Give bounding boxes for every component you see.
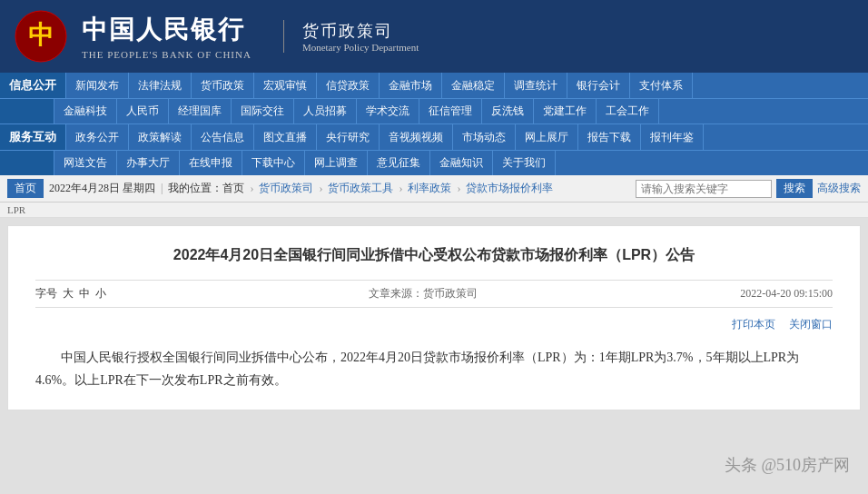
nav-item-gov-affairs[interactable]: 政务公开 bbox=[66, 124, 129, 150]
nav-item-treasury[interactable]: 经理国库 bbox=[169, 99, 232, 124]
nav-item-party[interactable]: 党建工作 bbox=[534, 99, 597, 124]
breadcrumb-lpr[interactable]: 贷款市场报价利率 bbox=[466, 181, 553, 196]
nav-row3-items: 政务公开 政策解读 公告信息 图文直播 央行研究 音视频视频 市场动态 网上展厅… bbox=[66, 124, 868, 150]
breadcrumb-rate[interactable]: 利率政策 bbox=[408, 181, 451, 196]
nav-item-rmb[interactable]: 人民币 bbox=[117, 99, 169, 124]
navigation: 信息公开 新闻发布 法律法规 货币政策 宏观审慎 信贷政策 金融市场 金融稳定 … bbox=[0, 73, 868, 175]
nav-item-video[interactable]: 音视频视频 bbox=[380, 124, 453, 150]
nav-label-empty2 bbox=[0, 151, 54, 175]
font-label: 字号 bbox=[35, 286, 57, 301]
breadcrumb-left: 首页 2022年4月28日 星期四 | 我的位置：首页 › 货币政策司 › 货币… bbox=[7, 179, 553, 198]
nav-item-anti-money[interactable]: 反洗钱 bbox=[482, 99, 534, 124]
nav-item-recruit[interactable]: 人员招募 bbox=[294, 99, 357, 124]
nav-item-policy-reading[interactable]: 政策解读 bbox=[129, 124, 192, 150]
nav-item-market[interactable]: 市场动态 bbox=[453, 124, 516, 150]
nav-item-payment[interactable]: 支付体系 bbox=[630, 73, 693, 98]
nav-item-fintech[interactable]: 金融科技 bbox=[54, 99, 117, 124]
nav-row-4: 网送文告 办事大厅 在线申报 下载中心 网上调查 意见征集 金融知识 关于我们 bbox=[0, 151, 868, 175]
nav-item-net-send[interactable]: 网送文告 bbox=[54, 151, 117, 175]
font-medium-btn[interactable]: 中 bbox=[79, 286, 90, 301]
nav-item-credit-mgmt[interactable]: 征信管理 bbox=[419, 99, 482, 124]
nav-item-yearbook[interactable]: 报刊年鉴 bbox=[641, 124, 704, 150]
nav-item-academic[interactable]: 学术交流 bbox=[357, 99, 419, 124]
font-controls: 字号 大 中 小 bbox=[35, 286, 106, 301]
nav-row-2: 金融科技 人民币 经理国库 国际交往 人员招募 学术交流 征信管理 反洗钱 党建… bbox=[0, 99, 868, 124]
location-label: 我的位置：首页 bbox=[168, 181, 244, 196]
lpr-tag: LPR bbox=[7, 204, 25, 215]
font-small-btn[interactable]: 小 bbox=[95, 286, 106, 301]
nav-item-reports[interactable]: 报告下载 bbox=[578, 124, 641, 150]
search-input[interactable] bbox=[636, 180, 772, 198]
article-datetime: 2022-04-20 09:15:00 bbox=[740, 287, 833, 301]
bank-emblem: 中 bbox=[14, 9, 68, 64]
nav-item-online-report[interactable]: 在线申报 bbox=[180, 151, 242, 175]
nav-label-service: 服务互动 bbox=[0, 124, 66, 150]
nav-item-live[interactable]: 图文直播 bbox=[254, 124, 317, 150]
bank-name-english: THE PEOPLE'S BANK OF CHINA bbox=[82, 49, 252, 60]
logo-text: 中国人民银行 THE PEOPLE'S BANK OF CHINA bbox=[82, 13, 252, 60]
page-header: 中 中国人民银行 THE PEOPLE'S BANK OF CHINA 货币政策… bbox=[0, 0, 868, 73]
nav-item-news[interactable]: 新闻发布 bbox=[66, 73, 129, 98]
main-content: 2022年4月20日全国银行间同业拆借中心受权公布贷款市场报价利率（LPR）公告… bbox=[7, 225, 861, 410]
nav-item-about[interactable]: 关于我们 bbox=[493, 151, 556, 175]
nav-row1-items: 新闻发布 法律法规 货币政策 宏观审慎 信贷政策 金融市场 金融稳定 调查统计 … bbox=[66, 73, 868, 98]
nav-item-announcements[interactable]: 公告信息 bbox=[192, 124, 254, 150]
arrow1: › bbox=[250, 182, 253, 195]
breadcrumb-tools[interactable]: 货币政策工具 bbox=[328, 181, 393, 196]
svg-text:中: 中 bbox=[28, 21, 54, 49]
article-title: 2022年4月20日全国银行间同业拆借中心受权公布贷款市场报价利率（LPR）公告 bbox=[35, 244, 833, 266]
arrow4: › bbox=[457, 182, 460, 195]
search-button[interactable]: 搜索 bbox=[776, 179, 813, 198]
nav-item-banking[interactable]: 银行会计 bbox=[567, 73, 630, 98]
department-text: 货币政策司 Monetary Policy Department bbox=[283, 20, 419, 53]
nav-row2-items: 金融科技 人民币 经理国库 国际交往 人员招募 学术交流 征信管理 反洗钱 党建… bbox=[54, 99, 868, 124]
lpr-label-line: LPR bbox=[0, 203, 868, 218]
print-link[interactable]: 打印本页 bbox=[732, 317, 775, 332]
date-display: 2022年4月28日 星期四 bbox=[49, 181, 155, 196]
nav-item-financial[interactable]: 金融市场 bbox=[380, 73, 442, 98]
breadcrumb-bar: 首页 2022年4月28日 星期四 | 我的位置：首页 › 货币政策司 › 货币… bbox=[0, 175, 868, 203]
home-button[interactable]: 首页 bbox=[7, 179, 44, 198]
nav-row-1: 信息公开 新闻发布 法律法规 货币政策 宏观审慎 信贷政策 金融市场 金融稳定 … bbox=[0, 73, 868, 98]
nav-item-law[interactable]: 法律法规 bbox=[129, 73, 192, 98]
nav-item-intl[interactable]: 国际交往 bbox=[232, 99, 294, 124]
arrow3: › bbox=[399, 182, 402, 195]
nav-item-survey2[interactable]: 网上调查 bbox=[305, 151, 368, 175]
nav-item-stability[interactable]: 金融稳定 bbox=[442, 73, 505, 98]
logo-area: 中 中国人民银行 THE PEOPLE'S BANK OF CHINA 货币政策… bbox=[14, 9, 419, 64]
nav-item-download[interactable]: 下载中心 bbox=[242, 151, 305, 175]
nav-item-feedback[interactable]: 意见征集 bbox=[368, 151, 430, 175]
nav-label-empty1 bbox=[0, 99, 54, 124]
nav-item-online-hall[interactable]: 网上展厅 bbox=[516, 124, 578, 150]
font-large-btn[interactable]: 大 bbox=[63, 286, 74, 301]
nav-label-info: 信息公开 bbox=[0, 73, 66, 98]
article-body: 中国人民银行授权全国银行间同业拆借中心公布，2022年4月20日贷款市场报价利率… bbox=[35, 346, 833, 391]
nav-item-monetary[interactable]: 货币政策 bbox=[192, 73, 254, 98]
article-meta: 字号 大 中 小 文章来源：货币政策司 2022-04-20 09:15:00 bbox=[35, 280, 833, 308]
bank-name-chinese: 中国人民银行 bbox=[82, 13, 252, 47]
advanced-search-link[interactable]: 高级搜索 bbox=[817, 181, 861, 196]
nav-item-survey[interactable]: 调查统计 bbox=[505, 73, 567, 98]
article-source: 文章来源：货币政策司 bbox=[369, 286, 478, 301]
breadcrumb-monetary[interactable]: 货币政策司 bbox=[259, 181, 313, 196]
nav-item-service-hall[interactable]: 办事大厅 bbox=[117, 151, 180, 175]
nav-item-macro[interactable]: 宏观审慎 bbox=[254, 73, 317, 98]
nav-item-union[interactable]: 工会工作 bbox=[597, 99, 659, 124]
dept-name-english: Monetary Policy Department bbox=[302, 42, 419, 53]
close-link[interactable]: 关闭窗口 bbox=[789, 317, 833, 332]
sep1: | bbox=[161, 182, 163, 195]
arrow2: › bbox=[319, 182, 322, 195]
dept-name-chinese: 货币政策司 bbox=[302, 20, 419, 42]
nav-row4-items: 网送文告 办事大厅 在线申报 下载中心 网上调查 意见征集 金融知识 关于我们 bbox=[54, 151, 868, 175]
nav-item-credit[interactable]: 信贷政策 bbox=[317, 73, 380, 98]
nav-item-research[interactable]: 央行研究 bbox=[317, 124, 380, 150]
nav-item-knowledge[interactable]: 金融知识 bbox=[430, 151, 493, 175]
breadcrumb-right: 搜索 高级搜索 bbox=[636, 179, 861, 198]
nav-row-3: 服务互动 政务公开 政策解读 公告信息 图文直播 央行研究 音视频视频 市场动态… bbox=[0, 124, 868, 150]
article-actions: 打印本页 关闭窗口 bbox=[35, 317, 833, 332]
